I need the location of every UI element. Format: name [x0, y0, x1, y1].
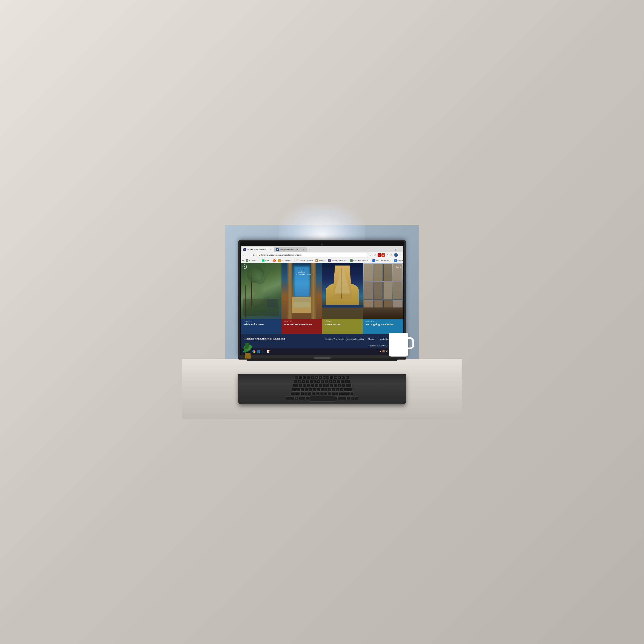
bookmark-meta[interactable]: O Meta Description G...	[372, 259, 392, 262]
network-icon-taskbar[interactable]: 🌐	[257, 350, 261, 353]
key-minus[interactable]: -	[337, 380, 340, 384]
key-f9[interactable]: F9	[330, 376, 334, 379]
key-f5[interactable]: F5	[315, 376, 318, 379]
back-button[interactable]: ←	[242, 253, 246, 257]
key-p[interactable]: p	[334, 384, 337, 388]
bookmark-analytics[interactable]: 📊 Analytics	[315, 259, 326, 262]
browser-tab-1[interactable]: M Timeline of the American Revolu... ×	[242, 247, 274, 252]
bookmark-sharing[interactable]: f Sharing Debugger —	[394, 259, 403, 262]
panel-ongoing-revolution[interactable]: ALL	[363, 263, 403, 318]
key-rbracket[interactable]: ]	[342, 384, 345, 388]
key-lshift[interactable]: Shift	[290, 392, 300, 396]
extension-button-4[interactable]: ⊡	[385, 253, 389, 257]
key-f3[interactable]: F3	[307, 376, 310, 379]
key-equals[interactable]: =	[340, 380, 344, 384]
key-win[interactable]: ⊞	[295, 396, 298, 400]
key-ctrl[interactable]: Ctrl	[286, 396, 295, 400]
bookmark-bookmarks[interactable]: ★ Bookmarks	[245, 259, 258, 262]
key-rshift[interactable]: Shift	[339, 392, 350, 396]
key-2[interactable]: 2	[302, 380, 305, 384]
key-9[interactable]: 9	[329, 380, 332, 384]
extension-button-5[interactable]: ⊠	[390, 253, 393, 257]
key-period[interactable]: .	[331, 392, 335, 396]
bookmark-calendar[interactable]: 📅 Google Calendar	[296, 259, 313, 262]
key-f12[interactable]: F12	[342, 376, 345, 379]
key-f[interactable]: f	[313, 388, 316, 392]
spotify-icon[interactable]: ♫	[261, 350, 265, 353]
key-e[interactable]: e	[307, 384, 310, 388]
key-f10[interactable]: F10	[334, 376, 337, 379]
panel-new-nation[interactable]	[322, 263, 363, 318]
key-semicolon[interactable]: ;	[336, 388, 339, 392]
key-d[interactable]: d	[309, 388, 312, 392]
tab-2-close[interactable]: ×	[302, 248, 305, 251]
extension-button-2[interactable]: A	[378, 253, 381, 257]
wifi-icon[interactable]: 📶	[382, 350, 385, 353]
close-button[interactable]: ×	[398, 248, 401, 251]
key-up[interactable]: ↑	[350, 392, 354, 396]
address-bar[interactable]: 🔒 timeline.amrevmuseum.org/sections#nav-…	[256, 253, 368, 257]
extension-button-3[interactable]: A	[381, 253, 385, 257]
bookmark-star-button[interactable]: ☆	[369, 253, 373, 257]
footer-link-glossary[interactable]: Glossary	[368, 338, 375, 340]
bookmark-campaign[interactable]: C Campaign URL Buil...	[349, 259, 370, 262]
key-m[interactable]: m	[324, 392, 327, 396]
bookmark-emojipedia[interactable]: 😀 Emojipedia —	[278, 259, 293, 262]
key-k[interactable]: k	[328, 388, 332, 392]
key-caps[interactable]: Caps	[292, 388, 301, 392]
key-right[interactable]: →	[355, 396, 358, 400]
key-alt[interactable]: Alt	[299, 396, 305, 400]
key-f11[interactable]: F11	[338, 376, 341, 379]
key-q[interactable]: q	[299, 384, 303, 388]
key-lbracket[interactable]: [	[338, 384, 341, 388]
key-f1[interactable]: F1	[299, 376, 303, 379]
nav-label-3[interactable]: 1783-1807 A New Nation	[322, 318, 363, 334]
bookmark-favicon-1[interactable]: 🌶	[272, 259, 276, 262]
key-r[interactable]: r	[311, 384, 314, 388]
notes-icon[interactable]: 📝	[266, 350, 270, 353]
key-u[interactable]: u	[322, 384, 326, 388]
key-enter-2[interactable]: Enter	[344, 388, 352, 392]
key-z[interactable]: z	[300, 392, 304, 396]
profile-avatar[interactable]	[394, 253, 398, 257]
nav-label-2[interactable]: 1775-1783 War and Independence	[281, 318, 322, 334]
key-o[interactable]: o	[330, 384, 334, 388]
new-tab-button[interactable]: +	[307, 247, 312, 252]
key-4[interactable]: 4	[309, 380, 313, 384]
key-3[interactable]: 3	[306, 380, 309, 384]
key-0[interactable]: 0	[333, 380, 336, 384]
key-enter[interactable]: Enter	[346, 384, 352, 388]
key-quote[interactable]: '	[340, 388, 343, 392]
key-backtick[interactable]: `	[294, 380, 297, 384]
refresh-button[interactable]: ↺	[252, 253, 255, 257]
close-nav-button[interactable]: ×	[243, 264, 247, 269]
key-s[interactable]: s	[305, 388, 308, 392]
key-g[interactable]: g	[317, 388, 320, 392]
key-5[interactable]: 5	[313, 380, 317, 384]
key-8[interactable]: 8	[325, 380, 328, 384]
footer-link-about[interactable]: About the Timeline of the American Revol…	[325, 338, 364, 340]
key-t[interactable]: t	[315, 384, 318, 388]
key-f4[interactable]: F4	[311, 376, 314, 379]
key-l[interactable]: l	[332, 388, 335, 392]
key-i[interactable]: i	[326, 384, 330, 388]
forward-button[interactable]: →	[247, 253, 251, 257]
key-b[interactable]: b	[316, 392, 319, 396]
browser-tab-2[interactable]: M Timeline of the American Revolu... ×	[274, 247, 307, 252]
key-f6[interactable]: F6	[318, 376, 322, 379]
key-w[interactable]: w	[303, 384, 306, 388]
bookmark-subtitle[interactable]: S Subtitle Converter |...	[327, 259, 348, 262]
key-tab[interactable]: Tab	[293, 384, 299, 388]
chevron-up-icon[interactable]: ^	[378, 350, 379, 353]
key-h[interactable]: h	[320, 388, 324, 392]
key-7[interactable]: 7	[321, 380, 324, 384]
maximize-button[interactable]: □	[394, 248, 397, 251]
key-f2[interactable]: F2	[303, 376, 306, 379]
key-f8[interactable]: F8	[326, 376, 330, 379]
key-backspace[interactable]: Bksp	[344, 380, 350, 384]
key-left[interactable]: ←	[347, 396, 350, 400]
menu-button[interactable]: ⋮	[398, 253, 402, 257]
key-f7[interactable]: F7	[322, 376, 326, 379]
key-esc[interactable]: Esc	[295, 376, 299, 379]
key-1[interactable]: 1	[298, 380, 301, 384]
